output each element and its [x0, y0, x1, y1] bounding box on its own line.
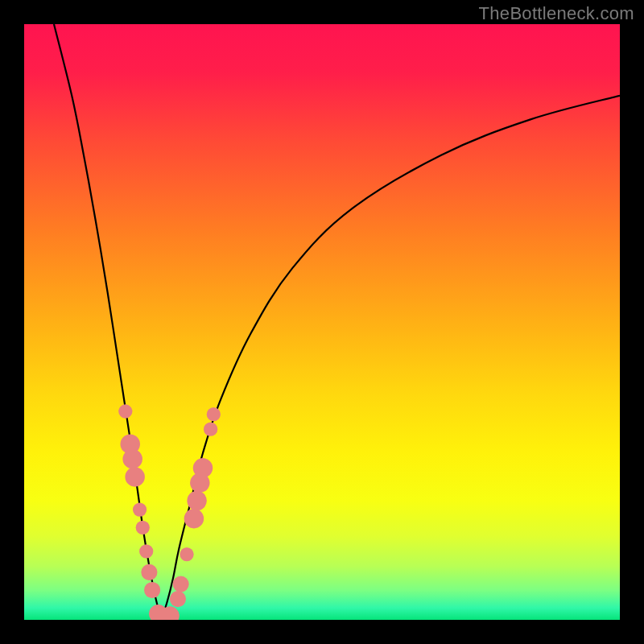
- highlight-dot: [133, 502, 147, 516]
- bottleneck-curve-right: [161, 96, 620, 620]
- highlight-dot: [141, 564, 157, 580]
- highlight-dot: [136, 521, 150, 535]
- highlight-dots: [118, 404, 221, 620]
- chart-container: TheBottleneck.com: [0, 0, 644, 644]
- highlight-dot: [193, 458, 213, 477]
- highlight-dot: [118, 404, 132, 418]
- highlight-dot: [207, 407, 221, 421]
- highlight-dot: [187, 491, 206, 510]
- highlight-dot: [139, 544, 153, 558]
- highlight-dot: [170, 591, 186, 607]
- highlight-dot: [180, 547, 193, 561]
- highlight-dot: [144, 582, 160, 598]
- highlight-dot: [125, 467, 144, 486]
- curve-layer: [24, 24, 620, 620]
- highlight-dot: [184, 509, 204, 528]
- highlight-dot: [173, 576, 189, 592]
- watermark-text: TheBottleneck.com: [479, 3, 634, 24]
- highlight-dot: [122, 449, 142, 469]
- plot-area: [24, 24, 620, 620]
- highlight-dot: [204, 423, 217, 436]
